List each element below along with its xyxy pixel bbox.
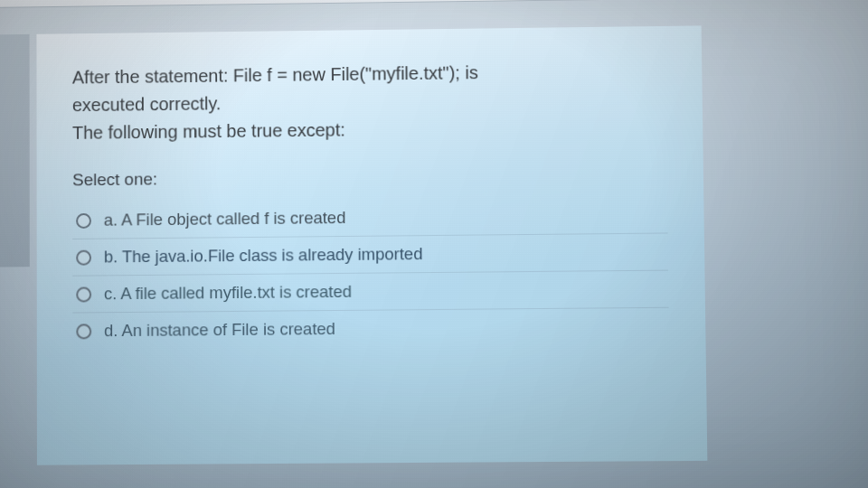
radio-icon[interactable]	[76, 249, 91, 265]
answer-label: b. The java.io.File class is already imp…	[104, 244, 423, 267]
answer-option-a[interactable]: a. A File object called f is created	[72, 196, 667, 239]
answer-label: a. A File object called f is created	[104, 208, 346, 230]
question-text: After the statement: File f = new File("…	[72, 57, 666, 147]
quiz-screen: of After the statement: File f = new Fil…	[0, 0, 868, 488]
answer-option-c[interactable]: c. A file called myfile.txt is created	[72, 270, 668, 313]
question-card: After the statement: File f = new File("…	[36, 25, 707, 465]
radio-icon[interactable]	[76, 212, 91, 228]
answer-list: a. A File object called f is created b. …	[72, 196, 669, 349]
browser-top-strip	[0, 0, 868, 8]
answer-label: c. A file called myfile.txt is created	[104, 282, 352, 304]
question-nav-panel	[0, 34, 30, 267]
answer-option-d[interactable]: d. An instance of File is created	[72, 307, 669, 350]
photo-background: of After the statement: File f = new Fil…	[0, 0, 868, 488]
select-one-label: Select one:	[72, 164, 667, 190]
answer-label: d. An instance of File is created	[104, 319, 335, 341]
answer-option-b[interactable]: b. The java.io.File class is already imp…	[72, 232, 668, 275]
radio-icon[interactable]	[76, 286, 91, 302]
question-line-3: The following must be true except:	[72, 113, 666, 147]
radio-icon[interactable]	[76, 324, 91, 339]
